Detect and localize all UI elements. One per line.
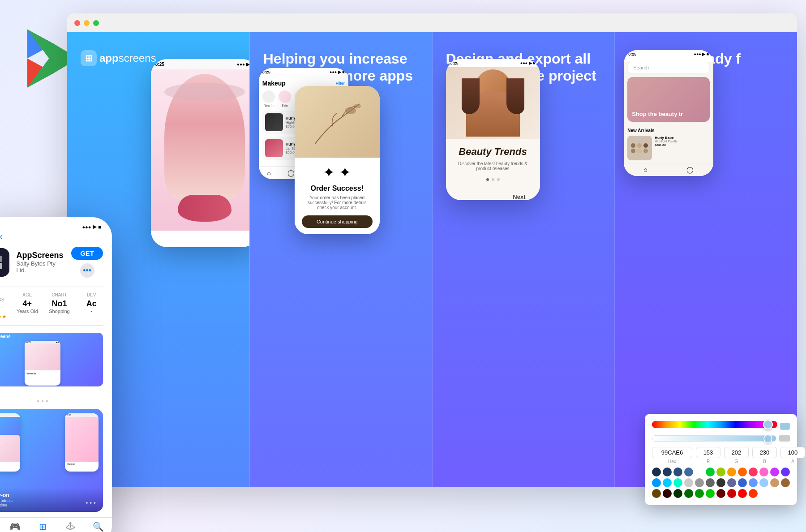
a-input[interactable] — [780, 447, 805, 458]
ratings-row: 100 RATINGS 5.0 ★★★★★ AGE 4+ Years Old C… — [0, 287, 103, 326]
app-name: AppScreens — [17, 251, 64, 260]
tab-games[interactable]: 🎮 Games — [1, 521, 29, 532]
success-icon: ✦ ✦ — [302, 164, 373, 181]
g-input[interactable] — [724, 447, 749, 458]
color-swatch-9[interactable] — [749, 468, 758, 476]
dev-label: DEV — [80, 292, 103, 297]
shop-product-name: Highlight Palette — [655, 140, 677, 143]
color-swatch-22[interactable] — [749, 478, 758, 487]
virtually-label: y Try-on — [0, 492, 97, 498]
color-swatch-11[interactable] — [770, 468, 779, 476]
color-swatch-14[interactable] — [663, 478, 672, 487]
more-button[interactable]: ••• — [80, 263, 94, 278]
color-swatch-10[interactable] — [759, 468, 768, 476]
dot-2 — [492, 178, 494, 181]
color-swatch-7[interactable] — [727, 468, 736, 476]
rating-count-item: 100 RATINGS 5.0 ★★★★★ — [0, 292, 7, 320]
back-button[interactable]: ‹ Back — [0, 232, 103, 241]
tab-search[interactable]: 🔍 Search — [84, 521, 112, 532]
color-swatch-25[interactable] — [781, 478, 790, 487]
color-swatch-18[interactable] — [706, 478, 715, 487]
dot-1 — [486, 178, 489, 181]
color-swatch-35[interactable] — [749, 489, 758, 498]
browser-maximize-dot[interactable] — [93, 20, 99, 26]
appscreens-logo: ⊞ appscreens — [81, 50, 156, 66]
tab-apps[interactable]: ⊞ Apps — [29, 521, 56, 532]
color-picker-panel: Hex R G B A — [645, 414, 797, 505]
color-swatch-8[interactable] — [738, 468, 747, 476]
color-swatch-3[interactable] — [684, 468, 693, 476]
hex-input-group: Hex — [652, 447, 692, 464]
screenshot-1: appscreens 8:25●● Virtually — [0, 333, 103, 386]
opacity-slider[interactable] — [652, 435, 776, 442]
color-swatch-2[interactable] — [673, 468, 682, 476]
color-swatch-24[interactable] — [770, 478, 779, 487]
browser-minimize-dot[interactable] — [84, 20, 90, 26]
hex-input[interactable] — [652, 447, 692, 458]
b-input[interactable] — [752, 447, 777, 458]
color-swatch-12[interactable] — [781, 468, 790, 476]
svg-rect-11 — [0, 263, 2, 269]
browser-close-dot[interactable] — [74, 20, 80, 26]
r-input-group: R — [696, 447, 720, 464]
color-swatch-31[interactable] — [706, 489, 715, 498]
shop-hero-text: Shop the beauty tr — [632, 111, 683, 117]
shop-search[interactable]: Search — [627, 62, 710, 73]
color-swatch-19[interactable] — [716, 478, 725, 487]
color-swatch-13[interactable] — [652, 478, 661, 487]
age-item: AGE 4+ Years Old — [16, 292, 39, 320]
chart-item: CHART No1 Shopping — [48, 292, 71, 320]
age-sub: Years Old — [16, 309, 39, 314]
dev-item: DEV Ac • — [80, 292, 103, 320]
ratings-value: 5.0 — [0, 304, 7, 313]
iphone-tabbar: ⊙ Today 🎮 Games ⊞ Apps 🕹 Arcade 🔍 Search — [0, 517, 112, 532]
color-spectrum-thumb[interactable] — [763, 420, 773, 429]
screenshots-row: appscreens 8:25●● Virtually 8:25●● — [0, 333, 103, 390]
opacity-thumb[interactable] — [763, 434, 772, 443]
color-swatch-4[interactable] — [695, 468, 704, 476]
r-input[interactable] — [696, 447, 720, 458]
iphone-statusbar: 9:41 ●●● ▶ ■ — [0, 217, 112, 232]
color-swatch-23[interactable] — [759, 478, 768, 487]
age-value: 4+ — [16, 299, 39, 309]
color-swatch-29[interactable] — [684, 489, 693, 498]
app-icon — [0, 248, 9, 277]
color-swatch-17[interactable] — [695, 478, 704, 487]
app-publisher: Salty Bytes Pty Ltd. — [17, 260, 64, 274]
color-swatch-5[interactable] — [706, 468, 715, 476]
color-spectrum[interactable] — [652, 421, 777, 428]
color-swatch-34[interactable] — [738, 489, 747, 498]
color-swatch-16[interactable] — [684, 478, 693, 487]
get-button-group: GET ••• — [71, 247, 103, 278]
beauty-phone: 8:25 ●●● ▶ ■ — [446, 59, 540, 200]
color-swatch-28[interactable] — [673, 489, 682, 498]
color-swatch-15[interactable] — [673, 478, 682, 487]
g-label: G — [735, 459, 738, 464]
app-header: AppScreens Salty Bytes Pty Ltd. GET ••• — [0, 247, 103, 278]
continue-shopping-button[interactable]: Continue shopping — [302, 215, 373, 228]
success-text: Your order has been placed successfully!… — [302, 195, 373, 210]
tab-arcade[interactable]: 🕹 Arcade — [56, 521, 84, 532]
next-button[interactable]: Next — [513, 193, 525, 200]
color-swatch-0[interactable] — [652, 468, 661, 476]
shop-product-brand: Hurly Babe — [655, 136, 677, 140]
color-inputs: Hex R G B A — [652, 447, 790, 464]
color-swatch-20[interactable] — [727, 478, 736, 487]
color-swatch-21[interactable] — [738, 478, 747, 487]
ss1-label: appscreens — [0, 334, 99, 339]
color-swatch-32[interactable] — [716, 489, 725, 498]
app-info: AppScreens Salty Bytes Pty Ltd. — [17, 251, 64, 274]
color-swatch-6[interactable] — [716, 468, 725, 476]
a-input-group: A — [780, 447, 805, 464]
color-swatch-27[interactable] — [663, 489, 672, 498]
color-swatch-30[interactable] — [695, 489, 704, 498]
g-input-group: G — [724, 447, 749, 464]
banner-col-2: Helping you increase ASO & sell more app… — [250, 32, 433, 487]
color-swatch-26[interactable] — [652, 489, 661, 498]
color-swatch-1[interactable] — [663, 468, 672, 476]
get-button[interactable]: GET — [71, 247, 103, 260]
back-label: Back — [0, 233, 3, 241]
makeup-time: 8:25 — [262, 70, 270, 74]
beauty-subtext: Discover the latest beauty trends & prod… — [453, 161, 533, 171]
color-swatch-33[interactable] — [727, 489, 736, 498]
